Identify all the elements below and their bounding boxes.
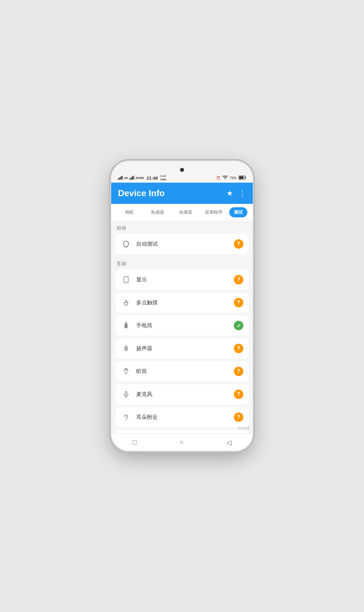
microphone-status: ? [234, 390, 243, 399]
app-header: Device Info ★ ⋮ [111, 183, 253, 204]
svg-point-26 [126, 420, 126, 420]
multitouch-status: ? [234, 298, 243, 307]
tab-thermal[interactable]: 热感器 [145, 207, 171, 217]
svg-point-18 [125, 348, 127, 350]
status-right: ⏰ 79% [216, 176, 246, 180]
display-status: ? [234, 275, 243, 284]
svg-rect-1 [119, 177, 120, 180]
list-item-microphone[interactable]: 麦克风 ? [115, 384, 249, 404]
touch-icon [121, 297, 131, 308]
section-auto-label: 自动 [115, 221, 249, 234]
nav-recent[interactable]: □ [126, 436, 143, 449]
display-icon [121, 274, 131, 285]
list-item-light-sensor[interactable]: A 光传感器 ? [115, 430, 249, 433]
microphone-icon [121, 389, 131, 400]
phone-frame: 4G 4GHD 21:48 0.10KB/s ⏰ [111, 161, 253, 451]
svg-rect-3 [122, 176, 123, 180]
more-options-icon[interactable]: ⋮ [239, 189, 246, 198]
svg-rect-15 [124, 325, 127, 328]
speaker-label: 扬声器 [136, 345, 229, 352]
watermark: 软件智库 [238, 426, 250, 431]
list-item-speaker[interactable]: 扬声器 ? [115, 338, 249, 359]
svg-rect-0 [118, 178, 119, 180]
multitouch-label: 多点触摸 [136, 299, 229, 306]
clock-icon: ⏰ [216, 176, 220, 180]
nav-back[interactable]: ◁ [220, 436, 238, 449]
battery-icon [239, 176, 246, 180]
content-area: 自动 自动测试 ? 互动 显示 ? [111, 221, 253, 433]
nav-home[interactable]: ○ [173, 436, 190, 449]
camera-notch [180, 168, 184, 172]
tab-camera[interactable]: 相机 [117, 207, 142, 217]
earpiece-icon [121, 366, 131, 377]
svg-point-8 [225, 179, 225, 180]
microphone-label: 麦克风 [136, 391, 229, 398]
header-icons: ★ ⋮ [226, 189, 246, 198]
wifi-icon [222, 176, 228, 180]
section-interactive-label: 互动 [115, 257, 249, 270]
svg-rect-6 [132, 176, 133, 180]
tab-apps[interactable]: 应用程序 [201, 207, 227, 217]
auto-test-status: ? [234, 239, 243, 249]
tab-test[interactable]: 测试 [229, 207, 247, 217]
flashlight-status: ✓ [234, 321, 243, 330]
svg-rect-11 [239, 177, 244, 179]
status-left: 4G 4GHD 21:48 0.10KB/s [118, 175, 167, 181]
svg-rect-2 [121, 176, 122, 180]
nav-bar: □ ○ ◁ [111, 433, 253, 451]
favorite-icon[interactable]: ★ [226, 189, 233, 198]
status-bar: 4G 4GHD 21:48 0.10KB/s ⏰ [111, 173, 253, 183]
svg-rect-4 [129, 178, 130, 180]
notch-area [111, 161, 253, 173]
tab-sensor[interactable]: 传感器 [173, 207, 199, 217]
svg-rect-14 [125, 323, 127, 324]
earpiece-status: ? [234, 367, 243, 376]
speed-label: 0.10KB/s [160, 175, 166, 181]
tab-bar: 相机 热感器 传感器 应用程序 测试 [111, 204, 253, 221]
signal-icon [118, 176, 123, 180]
display-label: 显示 [136, 276, 229, 283]
proximity-label: 耳朵附近 [136, 414, 229, 421]
flashlight-icon [121, 320, 131, 331]
list-item-auto-test[interactable]: 自动测试 ? [115, 234, 249, 254]
svg-rect-20 [125, 347, 127, 348]
speaker-status: ? [234, 344, 243, 353]
auto-test-label: 自动测试 [136, 241, 229, 248]
list-item-earpiece[interactable]: 听筒 ? [115, 361, 249, 381]
earpiece-label: 听筒 [136, 368, 229, 375]
proximity-status: ? [234, 412, 243, 422]
list-item-proximity[interactable]: 耳朵附近 ? [115, 407, 249, 427]
svg-rect-23 [125, 392, 127, 395]
svg-rect-10 [245, 177, 246, 179]
ear-icon [121, 412, 131, 423]
time-label: 21:48 [147, 176, 158, 181]
svg-rect-7 [133, 176, 134, 180]
shield-icon [121, 239, 131, 249]
list-item-multitouch[interactable]: 多点触摸 ? [115, 293, 249, 313]
speaker-icon [121, 343, 131, 354]
app-title: Device Info [118, 188, 165, 198]
list-item-display[interactable]: 显示 ? [115, 270, 249, 290]
svg-rect-22 [125, 369, 127, 374]
battery-percentage: 79% [230, 176, 237, 180]
svg-rect-5 [131, 177, 132, 180]
list-item-flashlight[interactable]: 手电筒 ✓ [115, 315, 249, 336]
signal2-icon [129, 176, 134, 180]
flashlight-label: 手电筒 [136, 322, 229, 329]
network2-label: 4GHD [135, 176, 144, 180]
network-label: 4G [124, 176, 128, 180]
svg-point-19 [126, 349, 126, 349]
